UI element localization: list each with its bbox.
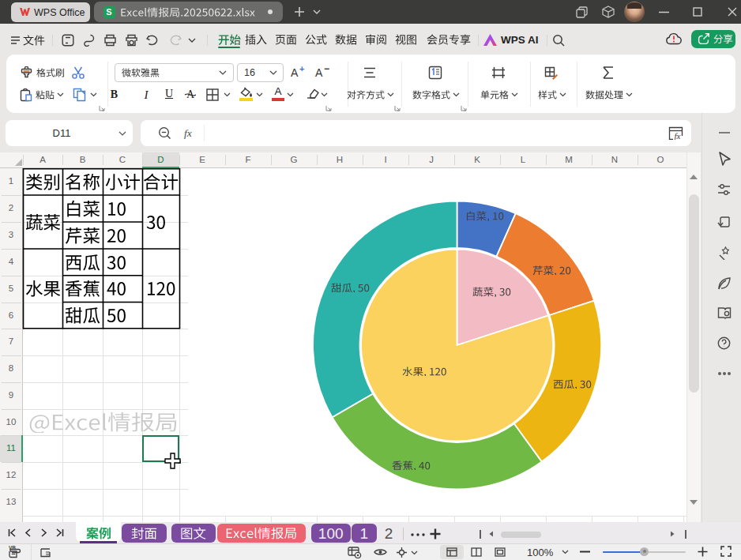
svg-text:fx: fx [675, 131, 681, 141]
